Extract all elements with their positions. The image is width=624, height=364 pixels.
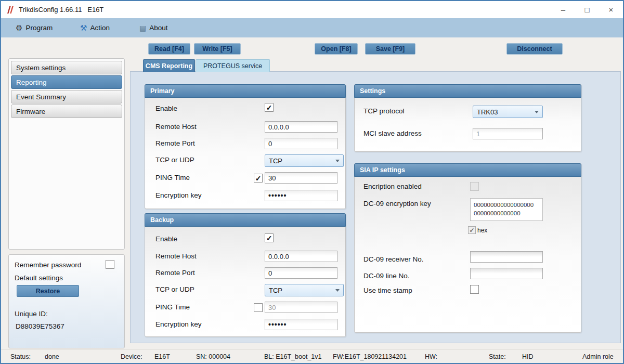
write-button[interactable]: Write [F5] — [194, 43, 241, 55]
primary-encryption-key-input[interactable] — [265, 190, 337, 201]
primary-enable-label: Enable — [155, 105, 177, 112]
sidebar-item-event-summary[interactable]: Event Summary — [11, 90, 122, 103]
backup-ping-checkbox[interactable] — [254, 303, 263, 312]
disconnect-button[interactable]: Disconnect — [506, 43, 563, 55]
tab-protegus-service[interactable]: PROTEGUS service — [196, 59, 270, 72]
cms-reporting-panel: Primary Enable ✓ Remote Host Remote Port… — [130, 71, 621, 343]
dc09-receiver-input[interactable] — [470, 251, 543, 263]
menu-bar: ⚙ Program ⚒ Action ▤ About — [1, 18, 623, 37]
maximize-button[interactable]: □ — [575, 1, 599, 18]
hardware-label: HW: — [425, 353, 437, 360]
backup-remote-host-input[interactable] — [265, 251, 337, 262]
backup-enable-checkbox[interactable]: ✓ — [265, 233, 274, 242]
app-logo-icon — [6, 6, 14, 14]
sidebar-bottom-panel: Remember password Default settings Resto… — [8, 254, 125, 348]
tcp-protocol-label: TCP protocol — [363, 107, 405, 115]
gear-icon: ⚙ — [16, 24, 22, 32]
chevron-down-icon — [335, 289, 340, 292]
sidebar-item-reporting[interactable]: Reporting — [11, 75, 122, 89]
menu-about[interactable]: ▤ About — [139, 18, 168, 37]
save-button[interactable]: Save [F9] — [365, 43, 415, 55]
menu-program-label: Program — [25, 24, 53, 32]
state-label: State: — [489, 353, 506, 360]
primary-remote-host-input[interactable] — [265, 121, 337, 133]
menu-action[interactable]: ⚒ Action — [80, 18, 110, 37]
menu-about-label: About — [149, 24, 167, 32]
settings-group: Settings TCP protocol TRK03 MCI slave ad… — [354, 84, 581, 152]
open-button[interactable]: Open [F8] — [315, 43, 358, 55]
backup-ping-input[interactable] — [265, 302, 337, 313]
sidebar-item-system-settings[interactable]: System settings — [11, 61, 122, 74]
dc09-encryption-key-label: DC-09 encryption key — [363, 200, 431, 207]
close-button[interactable]: × — [599, 1, 623, 18]
default-settings-label: Default settings — [15, 274, 63, 282]
backup-tcp-udp-label: TCP or UDP — [155, 285, 194, 293]
window-controls: – □ × — [551, 1, 623, 18]
dc09-encryption-key-input[interactable]: 00000000000000000000000000000000 — [470, 198, 543, 221]
primary-ping-checkbox[interactable]: ✓ — [254, 174, 263, 183]
primary-encryption-key-label: Encryption key — [155, 191, 202, 199]
backup-encryption-key-input[interactable] — [265, 319, 337, 330]
primary-ping-label: PING Time — [155, 174, 190, 181]
backup-tcp-udp-value: TCP — [269, 287, 282, 294]
mci-slave-address-input[interactable] — [473, 128, 543, 139]
bootloader-version: BL: E16T_boot_1v1 — [264, 353, 322, 360]
menu-action-label: Action — [90, 24, 110, 32]
dc09-receiver-label: DC-09 receiver No. — [363, 255, 424, 263]
unique-id-label: Unique ID: — [15, 310, 48, 318]
remember-password-label: Remember password — [15, 261, 81, 269]
backup-encryption-key-label: Encryption key — [155, 320, 202, 328]
state-value: HID — [522, 353, 534, 360]
backup-group: Backup Enable ✓ Remote Host Remote Port … — [145, 213, 346, 337]
primary-remote-port-label: Remote Port — [155, 139, 195, 147]
dc09-line-label: DC-09 line No. — [363, 272, 410, 280]
chevron-down-icon — [535, 111, 539, 113]
window-title: TrikdisConfig 1.66.11 E16T — [19, 6, 103, 14]
tcp-protocol-dropdown[interactable]: TRK03 — [473, 106, 543, 118]
primary-enable-checkbox[interactable]: ✓ — [265, 103, 274, 112]
primary-tcp-udp-dropdown[interactable]: TCP — [265, 154, 344, 167]
unique-id-value: D88039E75367 — [16, 322, 64, 330]
firmware-version: FW:E16T_180921134201 — [333, 353, 407, 360]
hex-label: hex — [477, 227, 487, 234]
backup-remote-port-input[interactable] — [265, 267, 337, 279]
dc09-line-input[interactable] — [470, 268, 543, 279]
tab-cms-reporting[interactable]: CMS Reporting — [143, 59, 195, 72]
serial-number: SN: 000004 — [196, 353, 230, 360]
backup-ping-label: PING Time — [155, 303, 190, 311]
use-time-stamp-checkbox[interactable] — [470, 285, 479, 294]
primary-group-header: Primary — [145, 84, 346, 98]
chevron-down-icon — [335, 160, 340, 162]
read-button[interactable]: Read [F4] — [148, 43, 190, 55]
remember-password-checkbox[interactable] — [106, 260, 114, 269]
tcp-protocol-value: TRK03 — [477, 108, 498, 116]
primary-remote-host-label: Remote Host — [155, 123, 197, 131]
primary-tcp-udp-label: TCP or UDP — [155, 156, 194, 164]
hex-checkbox[interactable]: ✓ — [468, 226, 476, 234]
app-window: TrikdisConfig 1.66.11 E16T – □ × ⚙ Progr… — [0, 0, 624, 364]
primary-ping-input[interactable] — [265, 172, 337, 184]
backup-group-header: Backup — [145, 213, 346, 227]
backup-remote-host-label: Remote Host — [155, 252, 197, 260]
status-label: Status: — [10, 353, 31, 360]
primary-group: Primary Enable ✓ Remote Host Remote Port… — [145, 84, 346, 209]
menu-program[interactable]: ⚙ Program — [16, 18, 53, 37]
device-label: Device: — [121, 353, 142, 360]
status-value: done — [45, 353, 59, 360]
backup-tcp-udp-dropdown[interactable]: TCP — [265, 284, 344, 296]
device-value: E16T — [154, 353, 170, 360]
encryption-enabled-checkbox[interactable] — [470, 182, 479, 191]
mci-slave-address-label: MCI slave address — [363, 129, 422, 137]
primary-tcp-udp-value: TCP — [269, 157, 282, 165]
sia-group-header: SIA IP settings — [354, 163, 581, 177]
settings-group-header: Settings — [354, 84, 581, 98]
sidebar-nav-panel: System settings Reporting Event Summary … — [8, 58, 125, 250]
use-time-stamp-label: Use time stamp — [363, 287, 412, 294]
sidebar-item-firmware[interactable]: Firmware — [11, 105, 122, 118]
minimize-button[interactable]: – — [551, 1, 575, 18]
admin-role: Admin role — [582, 353, 614, 360]
primary-remote-port-input[interactable] — [265, 138, 337, 149]
restore-button[interactable]: Restore — [17, 285, 79, 297]
backup-enable-label: Enable — [155, 235, 177, 243]
sia-ip-settings-group: SIA IP settings Encription enabled DC-09… — [354, 163, 581, 333]
